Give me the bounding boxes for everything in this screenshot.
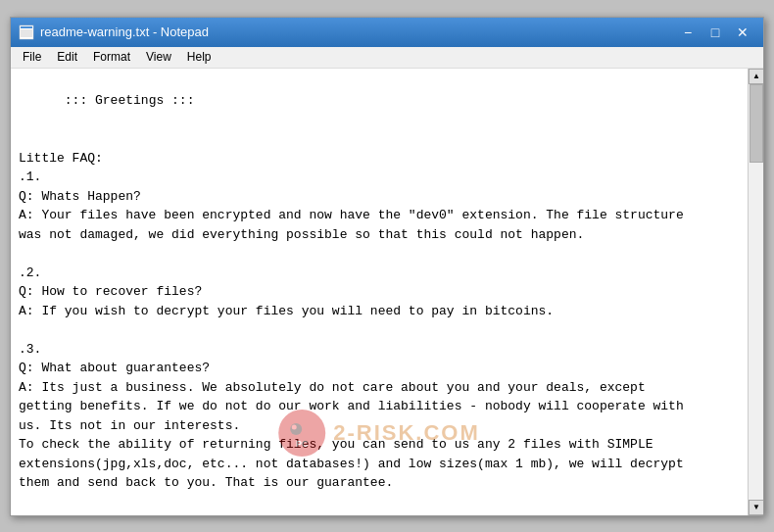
vertical-scrollbar[interactable]: ▲ ▼ <box>748 69 763 515</box>
svg-rect-1 <box>21 26 32 28</box>
scroll-thumb[interactable] <box>750 84 763 163</box>
scroll-track[interactable] <box>749 84 763 500</box>
menu-view[interactable]: View <box>138 48 179 66</box>
svg-point-8 <box>292 424 297 429</box>
notepad-window: readme-warning.txt - Notepad − □ ✕ File … <box>10 17 764 516</box>
menu-format[interactable]: Format <box>85 48 138 66</box>
maximize-button[interactable]: □ <box>702 23 728 42</box>
close-button[interactable]: ✕ <box>730 23 755 42</box>
minimize-button[interactable]: − <box>675 23 701 42</box>
menu-help[interactable]: Help <box>179 48 219 66</box>
text-editor[interactable]: ::: Greetings ::: Little FAQ: .1. Q: Wha… <box>11 69 748 515</box>
menu-file[interactable]: File <box>15 48 49 66</box>
title-bar: readme-warning.txt - Notepad − □ ✕ <box>11 18 763 47</box>
window-title: readme-warning.txt - Notepad <box>40 24 675 39</box>
app-icon <box>19 24 34 40</box>
title-bar-buttons: − □ ✕ <box>675 23 755 42</box>
svg-point-7 <box>290 423 302 435</box>
menu-edit[interactable]: Edit <box>49 48 85 66</box>
scroll-up-button[interactable]: ▲ <box>749 69 763 84</box>
content-area: ::: Greetings ::: Little FAQ: .1. Q: Wha… <box>11 69 763 515</box>
document-text: ::: Greetings ::: Little FAQ: .1. Q: Wha… <box>19 93 684 515</box>
scroll-down-button[interactable]: ▼ <box>749 500 763 515</box>
menu-bar: File Edit Format View Help <box>11 47 763 69</box>
